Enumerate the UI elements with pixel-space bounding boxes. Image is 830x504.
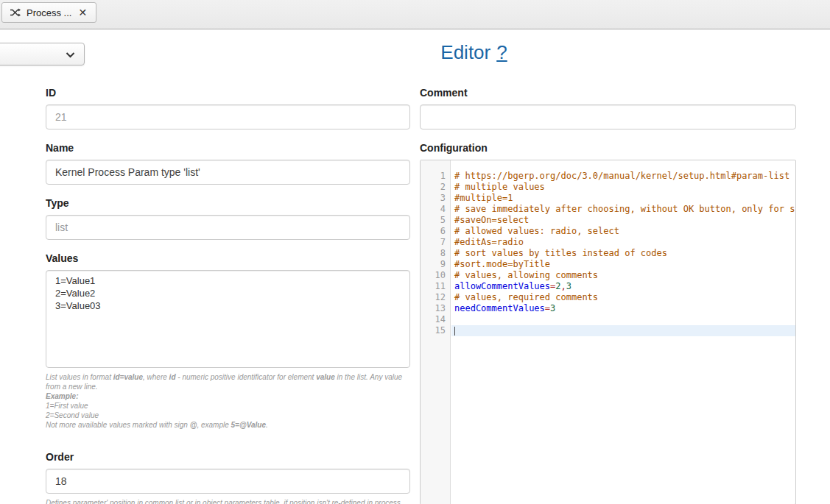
page: Process ... ✕ Editor? ID Name Type Value… — [0, 0, 830, 504]
line-number: 4 — [421, 204, 450, 215]
line-number: 11 — [421, 281, 450, 292]
line-number: 14 — [421, 314, 450, 325]
values-label: Values — [46, 252, 410, 264]
line-number: 6 — [421, 226, 450, 237]
id-label: ID — [46, 87, 410, 99]
code-line[interactable]: # multiple values — [451, 182, 795, 193]
code-line[interactable]: # sort values by titles instead of codes — [451, 248, 795, 259]
code-line[interactable]: #sort.mode=byTitle — [451, 259, 795, 270]
id-field — [46, 104, 410, 129]
line-number: 13 — [421, 303, 450, 314]
name-group: Name — [46, 142, 410, 185]
configuration-group: Configuration 123456789101112131415 # ht… — [420, 142, 796, 504]
help-line: Example: — [46, 391, 410, 401]
line-number: 1 — [421, 171, 450, 182]
chevron-down-icon — [66, 48, 75, 61]
code-line[interactable]: needCommentValues=3 — [451, 303, 795, 314]
help-line: 2=Second value — [46, 411, 410, 420]
line-number: 15 — [421, 325, 450, 336]
order-group: Order Defines parameter' position in com… — [46, 451, 410, 504]
help-line: List values in format id=value, where id… — [46, 372, 410, 391]
id-group: ID — [46, 87, 410, 129]
left-column: ID Name Type Values 1=Value1 2=Value2 3=… — [46, 87, 410, 504]
code-line[interactable]: allowCommentValues=2,3 — [451, 281, 795, 292]
line-number: 5 — [421, 215, 450, 226]
line-number: 8 — [421, 248, 450, 259]
order-field[interactable] — [46, 469, 410, 494]
code-line[interactable]: #editAs=radio — [451, 237, 795, 248]
help-line: 1=First value — [46, 401, 410, 411]
comment-label: Comment — [420, 87, 796, 99]
values-help-text: List values in format id=value, where id… — [46, 372, 410, 430]
code-line[interactable]: # allowed values: radio, select — [451, 226, 795, 237]
type-group: Type — [46, 197, 410, 240]
comment-field[interactable] — [420, 104, 796, 129]
code-line[interactable]: #multiple=1 — [451, 193, 795, 204]
line-number: 7 — [421, 237, 450, 248]
type-label: Type — [46, 197, 410, 209]
code-line[interactable] — [451, 314, 795, 325]
values-textarea[interactable]: 1=Value1 2=Value2 3=Value03 — [46, 270, 410, 368]
code-line[interactable]: # values, allowing comments — [451, 270, 795, 281]
param-type-select[interactable] — [0, 43, 85, 65]
help-link[interactable]: ? — [496, 41, 507, 63]
code-line[interactable] — [451, 325, 795, 336]
tab-label: Process ... — [27, 7, 71, 18]
code-line[interactable]: # save immediately after choosing, witho… — [451, 204, 795, 215]
shuffle-icon — [10, 8, 21, 17]
text-cursor — [454, 327, 455, 336]
name-label: Name — [46, 142, 410, 154]
line-number: 9 — [421, 259, 450, 270]
code-line[interactable]: #saveOn=select — [451, 215, 795, 226]
line-number: 10 — [421, 270, 450, 281]
tab-close-icon[interactable]: ✕ — [77, 7, 88, 18]
tab-process[interactable]: Process ... ✕ — [1, 2, 96, 23]
right-column: Comment Configuration 123456789101112131… — [420, 87, 796, 504]
order-label: Order — [46, 451, 410, 463]
configuration-editor[interactable]: 123456789101112131415 # https://bgerp.or… — [420, 160, 796, 504]
type-field — [46, 215, 410, 240]
editor-title: Editor — [440, 41, 490, 63]
gutter: 123456789101112131415 — [421, 160, 451, 504]
tab-bar: Process ... ✕ — [0, 0, 830, 29]
code-line[interactable]: # https://bgerp.org/doc/3.0/manual/kerne… — [451, 171, 795, 182]
values-group: Values 1=Value1 2=Value2 3=Value03 List … — [46, 252, 410, 430]
line-number: 2 — [421, 182, 450, 193]
help-line: Defines parameter' position in common li… — [46, 498, 410, 504]
code-line[interactable]: # values, required comments — [451, 292, 795, 303]
help-line: Not more available values marked with si… — [46, 420, 410, 430]
name-field[interactable] — [46, 160, 410, 185]
code-area[interactable]: # https://bgerp.org/doc/3.0/manual/kerne… — [451, 160, 795, 504]
configuration-label: Configuration — [420, 142, 796, 154]
comment-group: Comment — [420, 87, 796, 129]
page-title: Editor? — [118, 41, 830, 64]
order-help-text: Defines parameter' position in common li… — [46, 498, 410, 504]
line-number: 12 — [421, 292, 450, 303]
line-number: 3 — [421, 193, 450, 204]
